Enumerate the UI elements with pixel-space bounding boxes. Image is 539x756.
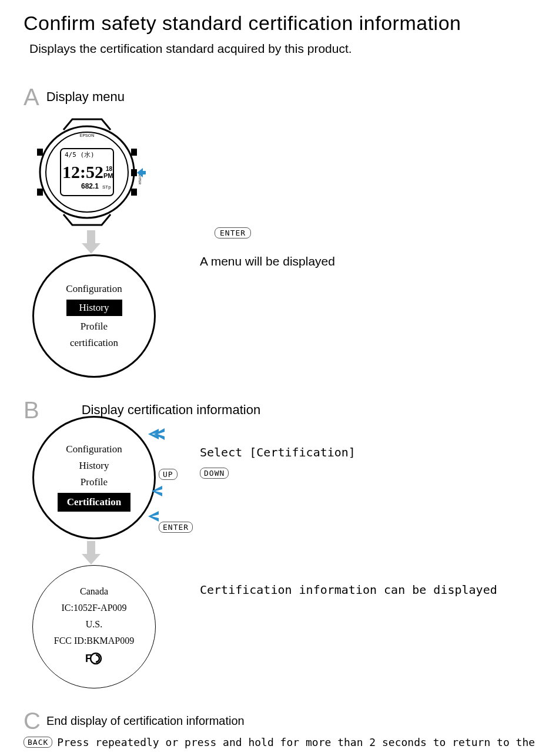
svg-rect-6: [37, 149, 43, 156]
svg-text:EPSON: EPSON: [80, 133, 95, 137]
svg-marker-14: [152, 486, 162, 496]
menu-b-history[interactable]: History: [79, 460, 109, 472]
select-certification-text: Select [Certification]: [200, 445, 356, 459]
up-button[interactable]: UP: [159, 469, 178, 480]
step-c-title: End display of certification information: [46, 714, 245, 728]
page-subtitle: Displays the certification standard acqu…: [29, 42, 515, 56]
menu-b-certification-selected[interactable]: Certification: [58, 493, 131, 512]
enter-button-a[interactable]: ENTER: [215, 227, 251, 238]
back-instruction: Press repeatedly or press and hold for m…: [57, 736, 539, 748]
watch-illustration: 4/5 (水) 12:52 18 PM 682.1 STp EPSON ENTE…: [28, 113, 515, 233]
watch-unit: STp: [102, 184, 111, 190]
svg-marker-11: [82, 230, 101, 254]
step-letter-a: A: [24, 85, 39, 109]
svg-rect-5: [131, 189, 137, 196]
svg-marker-16: [82, 541, 101, 565]
arrow-up-icon: [148, 428, 165, 441]
svg-marker-15: [148, 511, 159, 522]
menu-profile[interactable]: Profile: [81, 321, 108, 332]
watch-date: 4/5 (水): [65, 151, 95, 159]
svg-rect-7: [37, 189, 43, 196]
menu-history-selected[interactable]: History: [66, 300, 122, 316]
down-arrow-b: [79, 541, 515, 568]
arrow-enter-icon: [148, 510, 165, 523]
cert-info-caption: Certification information can be display…: [200, 583, 497, 597]
enter-button-b[interactable]: ENTER: [159, 522, 193, 533]
watch-time: 12:52: [62, 162, 103, 182]
step-a-title: Display menu: [46, 89, 125, 105]
svg-rect-4: [131, 169, 137, 176]
menu-circle-a: Configuration History Profile certificat…: [32, 254, 156, 378]
section-c: C End display of certification informati…: [24, 709, 515, 748]
cert-country-canada: Canada: [80, 586, 108, 597]
page-title: Confirm safety standard certification in…: [24, 12, 515, 35]
watch-distance: 682.1: [81, 182, 99, 190]
menu-b-profile[interactable]: Profile: [81, 476, 108, 488]
step-letter-c: C: [24, 709, 41, 733]
watch-sec: 18: [106, 166, 113, 172]
down-arrow-a: ENTER: [79, 230, 515, 257]
step-a-caption: A menu will be displayed: [200, 254, 335, 268]
fcc-logo-icon: F: [85, 652, 103, 667]
menu-circle-b: Configuration History Profile Certificat…: [32, 416, 156, 539]
cert-country-us: U.S.: [86, 619, 102, 630]
back-button[interactable]: BACK: [24, 737, 52, 748]
cert-ic-id: IC:1052F-AP009: [61, 603, 126, 613]
svg-rect-3: [131, 149, 137, 156]
svg-marker-12: [154, 428, 165, 440]
arrow-down-icon: [152, 485, 165, 497]
section-a: A Display menu 4/5 (水) 12:52 18 PM 682.1…: [24, 85, 515, 378]
down-button[interactable]: DOWN: [200, 468, 229, 479]
watch-ampm: PM: [103, 172, 113, 179]
menu-certification[interactable]: certification: [70, 337, 118, 349]
cert-fcc-id: FCC ID:BKMAP009: [54, 636, 134, 646]
menu-b-configuration[interactable]: Configuration: [66, 443, 122, 455]
section-b: B Display certification information Conf…: [24, 398, 515, 688]
certification-info-circle: Canada IC:1052F-AP009 U.S. FCC ID:BKMAP0…: [32, 565, 156, 688]
menu-configuration[interactable]: Configuration: [66, 283, 122, 295]
